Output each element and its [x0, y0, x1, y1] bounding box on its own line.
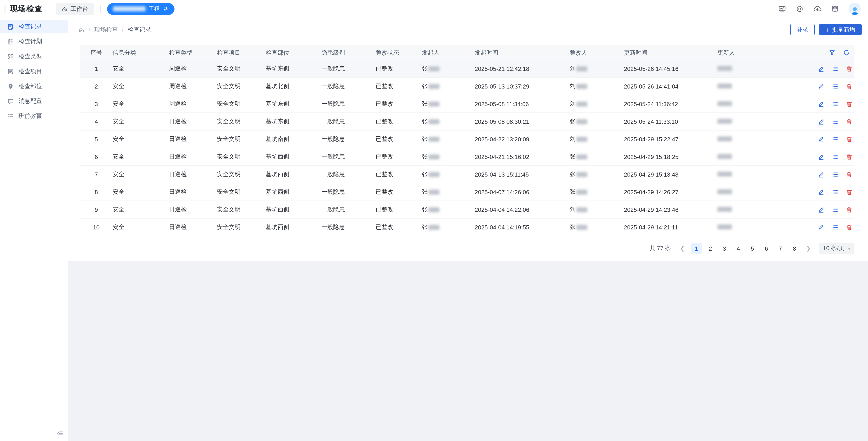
cell-rectifier: 刘 [569, 95, 624, 113]
edit-icon[interactable] [817, 153, 825, 160]
delete-icon[interactable] [845, 118, 852, 125]
page-size-select[interactable]: 10 条/页 ▾ [819, 243, 855, 254]
page-button-2[interactable]: 2 [705, 243, 716, 254]
sidebar-item-message-config[interactable]: 消息配置 [0, 94, 68, 108]
table-row[interactable]: 4 安全 日巡检 安全文明 基坑东侧 一般隐患 已整改 张 2025-05-08… [80, 113, 855, 130]
redacted-text [577, 84, 587, 89]
cell-initiator: 张 [422, 183, 475, 201]
cell-no: 9 [80, 201, 113, 218]
edit-icon[interactable] [817, 118, 825, 125]
page-button-6[interactable]: 6 [761, 243, 772, 254]
detail-list-icon[interactable] [831, 206, 839, 213]
page-button-4[interactable]: 4 [733, 243, 744, 254]
app-root: 现场检查 工作台 工程 [0, 0, 868, 441]
edit-icon[interactable] [817, 224, 825, 231]
cell-initiated-at: 2025-05-13 10:37:29 [475, 77, 569, 95]
cell-no: 6 [80, 148, 113, 166]
breadcrumb-item[interactable]: 现场检查 [94, 26, 118, 34]
cell-updater [717, 201, 785, 218]
table-row[interactable]: 3 安全 周巡检 安全文明 基坑东侧 一般隐患 已整改 张 2025-05-08… [80, 95, 855, 113]
cell-initiated-at: 2025-05-21 12:42:18 [475, 60, 569, 77]
workbench-button[interactable]: 工作台 [56, 3, 94, 15]
page-button-5[interactable]: 5 [747, 243, 758, 254]
table-row[interactable]: 1 安全 周巡检 安全文明 基坑东侧 一般隐患 已整改 张 2025-05-21… [80, 60, 855, 77]
sidebar-item-inspection-location[interactable]: 检查部位 [0, 79, 68, 93]
cell-item: 安全文明 [217, 130, 266, 148]
supplement-button[interactable]: 补录 [790, 24, 815, 35]
cell-location: 基坑东侧 [266, 60, 321, 77]
menu-fold-icon[interactable] [56, 429, 64, 437]
delete-icon[interactable] [845, 135, 852, 143]
sidebar-item-inspection-plan[interactable]: 检查计划 [0, 35, 68, 48]
redacted-text [577, 154, 587, 159]
page-button-7[interactable]: 7 [775, 243, 786, 254]
table-row[interactable]: 5 安全 日巡检 安全文明 基坑南侧 一般隐患 已整改 张 2025-04-22… [80, 130, 855, 148]
delete-icon[interactable] [845, 65, 852, 72]
chevron-right-icon[interactable]: ❯ [803, 243, 814, 254]
delete-icon[interactable] [845, 82, 852, 90]
detail-list-icon[interactable] [831, 82, 839, 90]
detail-list-icon[interactable] [831, 135, 839, 143]
edit-icon[interactable] [817, 171, 825, 178]
page-button-1[interactable]: 1 [691, 243, 702, 254]
col-header: 隐患级别 [321, 45, 376, 60]
cloud-download-icon[interactable] [813, 5, 822, 13]
divider [100, 5, 101, 13]
filter-icon[interactable] [828, 49, 835, 56]
cell-location: 基坑东侧 [266, 113, 321, 130]
cell-level: 一般隐患 [321, 95, 376, 113]
edit-icon[interactable] [817, 65, 825, 72]
edit-icon[interactable] [817, 135, 825, 143]
redacted-text [717, 224, 732, 229]
table-row[interactable]: 7 安全 日巡检 安全文明 基坑西侧 一般隐患 已整改 张 2025-04-13… [80, 166, 855, 183]
detail-list-icon[interactable] [831, 65, 839, 72]
delete-icon[interactable] [845, 100, 852, 107]
page-button-8[interactable]: 8 [789, 243, 800, 254]
cell-no: 8 [80, 183, 113, 201]
delete-icon[interactable] [845, 153, 852, 160]
project-switcher[interactable]: 工程 [107, 3, 175, 15]
edit-icon[interactable] [817, 82, 825, 90]
table-row[interactable]: 6 安全 日巡检 安全文明 基坑西侧 一般隐患 已整改 张 2025-04-21… [80, 148, 855, 166]
detail-list-icon[interactable] [831, 171, 839, 178]
app-title: 现场检查 [10, 4, 42, 14]
cell-initiated-at: 2025-05-08 11:34:06 [475, 95, 569, 113]
cell-status: 已整改 [376, 130, 422, 148]
workbench-label: 工作台 [70, 5, 88, 13]
breadcrumb-separator: / [122, 26, 123, 33]
table-row[interactable]: 2 安全 周巡检 安全文明 基坑北侧 一般隐患 已整改 张 2025-05-13… [80, 77, 855, 95]
batch-add-button[interactable]: + 批量新增 [819, 24, 862, 35]
page-button-3[interactable]: 3 [719, 243, 730, 254]
table-row[interactable]: 9 安全 日巡检 安全文明 基坑西侧 一般隐患 已整改 张 2025-04-04… [80, 201, 855, 218]
user-avatar[interactable] [848, 3, 861, 15]
delete-icon[interactable] [845, 188, 852, 196]
cell-level: 一般隐患 [321, 201, 376, 218]
edit-icon[interactable] [817, 188, 825, 196]
table-row[interactable]: 8 安全 日巡检 安全文明 基坑西侧 一般隐患 已整改 张 2025-04-07… [80, 183, 855, 201]
gear-icon[interactable] [796, 5, 804, 13]
chevron-left-icon[interactable]: ❮ [677, 243, 688, 254]
home-icon[interactable] [78, 26, 85, 33]
detail-list-icon[interactable] [831, 224, 839, 231]
sidebar-item-inspection-records[interactable]: 检查记录 [0, 20, 68, 33]
monitor-icon[interactable] [778, 5, 786, 13]
refresh-icon[interactable] [843, 49, 850, 56]
detail-list-icon[interactable] [831, 100, 839, 107]
pre-shift-education-icon [7, 113, 14, 120]
edit-icon[interactable] [817, 206, 825, 213]
sidebar-item-inspection-items[interactable]: 检查项目 [0, 65, 68, 78]
delete-icon[interactable] [845, 206, 852, 213]
cell-initiated-at: 2025-04-21 15:16:02 [475, 148, 569, 166]
detail-list-icon[interactable] [831, 118, 839, 125]
edit-icon[interactable] [817, 100, 825, 107]
detail-list-icon[interactable] [831, 153, 839, 160]
book-icon[interactable] [831, 5, 839, 13]
sidebar-item-preshift-education[interactable]: 班前教育 [0, 109, 68, 123]
delete-icon[interactable] [845, 224, 852, 231]
table-row[interactable]: 10 安全 日巡检 安全文明 基坑西侧 一般隐患 已整改 张 2025-04-0… [80, 218, 855, 236]
cell-updater [717, 60, 785, 77]
redacted-text [717, 101, 732, 106]
detail-list-icon[interactable] [831, 188, 839, 196]
delete-icon[interactable] [845, 171, 852, 178]
sidebar-item-inspection-type[interactable]: 检查类型 [0, 50, 68, 63]
